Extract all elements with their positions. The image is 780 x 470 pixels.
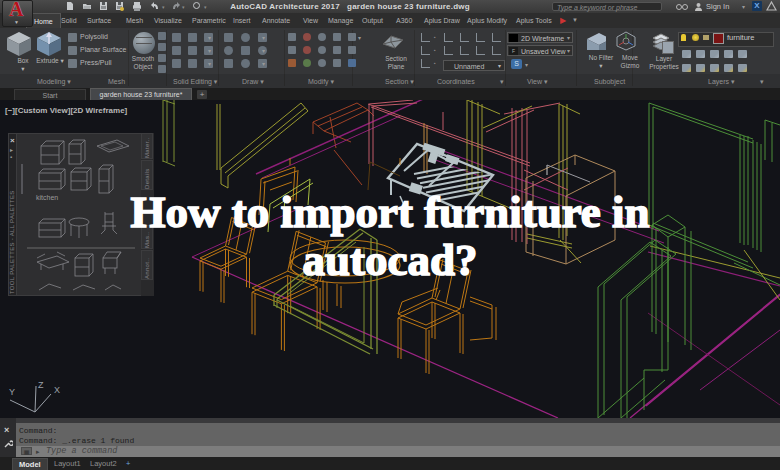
- svg-text:X: X: [54, 385, 60, 395]
- svg-text:Z: Z: [38, 380, 44, 390]
- svg-text:Y: Y: [9, 387, 15, 397]
